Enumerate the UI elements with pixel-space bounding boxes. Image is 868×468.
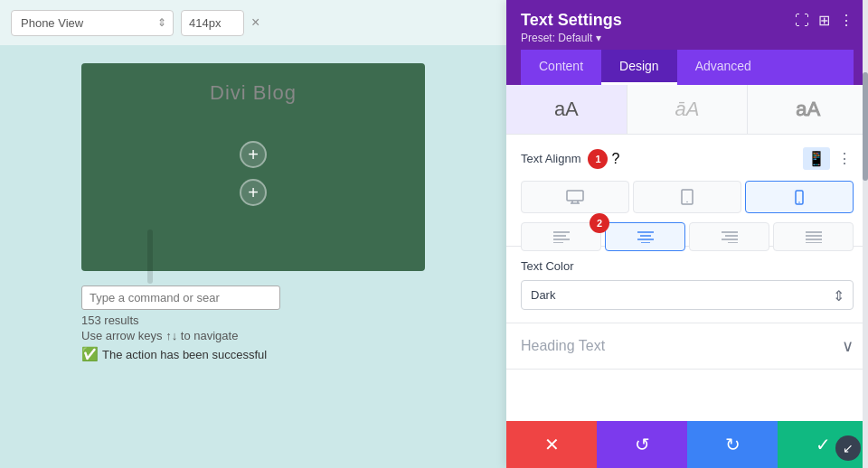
resize-handle[interactable] [147,229,153,284]
font-preview-outline[interactable]: aA [748,85,868,134]
mobile-button[interactable] [745,181,854,213]
add-button-2[interactable]: + [240,179,267,206]
success-message: ✅ The action has been successful [81,346,425,362]
scroll-thumb[interactable] [863,72,868,181]
undo-icon: ↺ [635,434,650,455]
success-icon: ✅ [81,346,99,362]
expand-icon[interactable]: ⛶ [795,13,809,29]
alignment-section: Text Alignm 1 ? 📱 ⋮ [506,135,868,247]
panel-title: Text Settings [521,11,622,30]
align-justify-button[interactable] [773,222,854,251]
section-title-row: Text Alignm 1 ? 📱 ⋮ [521,147,854,170]
green-block: Divi Blog + + [81,63,425,271]
results-count: 153 results [81,314,425,327]
command-box: 153 results Use arrow keys ↑↓ to navigat… [81,285,425,362]
scroll-bar[interactable] [863,0,868,468]
heading-text-label: Heading Text [521,338,605,354]
heading-section[interactable]: Heading Text ∨ [506,323,868,370]
desktop-button[interactable] [521,181,629,213]
heading-chevron-icon: ∨ [842,336,854,356]
px-input-wrapper: × [181,10,263,36]
font-text-outline: aA [796,98,820,121]
font-preview-italic[interactable]: āA [627,85,749,134]
px-input[interactable] [181,10,244,36]
blog-title: Divi Blog [210,81,297,105]
panel-header: Text Settings ⛶ ⊞ ⋮ Preset: Default ▾ Co… [506,0,868,85]
alignment-label: Text Alignm [521,152,580,165]
align-left-button[interactable] [521,222,601,251]
undo-button[interactable]: ↺ [597,421,687,468]
font-preview-row: aA āA aA [506,85,868,135]
tablet-button[interactable] [633,181,741,213]
add-button-1[interactable]: + [240,141,267,168]
more-icon[interactable]: ⋮ [839,12,854,29]
right-panel: Text Settings ⛶ ⊞ ⋮ Preset: Default ▾ Co… [506,0,868,468]
svg-point-7 [798,201,800,203]
color-select[interactable]: Dark Light Custom [521,280,854,310]
redo-button[interactable]: ↻ [687,421,778,468]
redo-icon: ↻ [725,434,741,455]
panel-content: aA āA aA Text Alignm 1 ? 📱 ⋮ [506,85,868,421]
cancel-button[interactable]: ✕ [506,421,597,468]
command-input[interactable] [81,285,280,310]
success-text: The action has been successful [102,348,267,361]
font-text-italic: āA [675,98,700,121]
panel-header-icons: ⛶ ⊞ ⋮ [795,12,854,29]
cancel-icon: ✕ [544,434,560,455]
badge-1: 1 [588,149,608,169]
align-right-button[interactable] [689,222,769,251]
toolbar: Phone View Desktop View Tablet View ⇕ × [0,0,506,45]
font-preview-normal[interactable]: aA [506,85,627,134]
confirm-icon: ✓ [816,434,831,455]
content-area: Divi Blog + + 153 results Use arrow keys… [0,45,506,468]
grid-icon[interactable]: ⊞ [818,12,830,29]
section-icons: 📱 ⋮ [803,147,854,170]
action-bar: ✕ ↺ ↻ ✓ [506,421,868,468]
panel-preset[interactable]: Preset: Default ▾ [521,32,854,44]
tab-advanced[interactable]: Advanced [677,50,769,85]
text-color-section: Text Color Dark Light Custom ⇕ [506,247,868,323]
font-text-normal: aA [554,98,579,121]
view-select-wrapper: Phone View Desktop View Tablet View ⇕ [11,10,174,36]
align-center-button[interactable] [605,222,685,251]
color-select-wrapper: Dark Light Custom ⇕ [521,280,854,310]
more-options-button[interactable]: ⋮ [835,148,854,169]
panel-title-row: Text Settings ⛶ ⊞ ⋮ [521,11,854,30]
panel-tabs: Content Design Advanced [521,50,854,85]
tab-design[interactable]: Design [601,50,677,85]
svg-rect-0 [567,191,583,201]
text-color-label: Text Color [521,259,854,273]
device-row [521,181,854,213]
tab-content[interactable]: Content [521,50,601,85]
device-icon-button[interactable]: 📱 [803,147,830,170]
clear-button[interactable]: × [248,14,263,32]
view-select[interactable]: Phone View Desktop View Tablet View [11,10,174,36]
badge-container: 1 ? [588,149,619,169]
canvas-area: Phone View Desktop View Tablet View ⇕ × … [0,0,506,468]
nav-hint: Use arrow keys ↑↓ to navigate [81,329,425,342]
corner-icon[interactable]: ↙ [835,435,861,461]
svg-point-5 [686,201,688,203]
